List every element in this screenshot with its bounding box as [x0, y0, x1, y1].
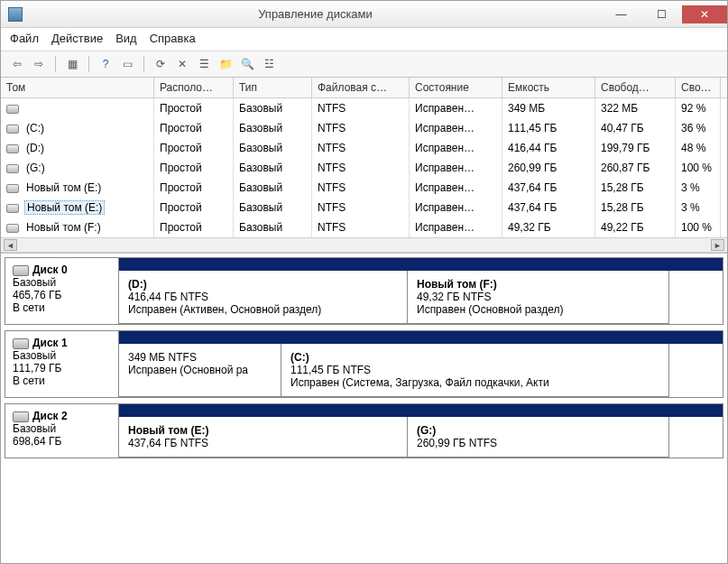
minimize-button[interactable]: — [601, 5, 641, 23]
forward-icon[interactable]: ⇨ [30, 55, 48, 73]
disk-type: Базовый [13, 422, 111, 435]
scroll-right-icon[interactable]: ► [711, 239, 724, 251]
volume-status: Исправен… [410, 158, 502, 178]
menu-action[interactable]: Действие [51, 32, 103, 45]
partition[interactable]: 349 МБ NTFSИсправен (Основной ра [119, 344, 281, 397]
toolbar-separator [88, 56, 89, 72]
volume-free: 15,28 ГБ [595, 178, 676, 198]
partition-status: Исправен (Основной раздел) [417, 303, 659, 316]
volume-row[interactable]: Новый том (E:)ПростойБазовыйNTFSИсправен… [1, 198, 727, 217]
partition-info: 111,45 ГБ NTFS [290, 364, 659, 376]
partition-info: 49,32 ГБ NTFS [417, 291, 659, 303]
maximize-button[interactable]: ☐ [641, 5, 682, 23]
disk-size: 111,79 ГБ [13, 362, 111, 374]
volume-capacity: 49,32 ГБ [502, 217, 595, 237]
volume-status: Исправен… [410, 98, 502, 118]
volume-row[interactable]: ПростойБазовыйNTFSИсправен…349 МБ322 МБ9… [1, 98, 727, 118]
volume-icon [6, 125, 19, 134]
refresh-icon[interactable]: ⟳ [152, 55, 170, 73]
col-type[interactable]: Тип [234, 78, 312, 97]
toolbar-separator [143, 56, 144, 72]
volume-free: 15,28 ГБ [595, 198, 676, 217]
volume-free: 260,87 ГБ [595, 158, 676, 178]
menu-file[interactable]: Файл [10, 32, 39, 45]
volume-type: Базовый [234, 118, 312, 138]
panel-icon[interactable]: ▦ [63, 55, 81, 73]
col-pct[interactable]: Своб… [676, 78, 721, 97]
volume-row[interactable]: (C:)ПростойБазовыйNTFSИсправен…111,45 ГБ… [1, 118, 727, 138]
disk-partitions: 349 МБ NTFSИсправен (Основной ра(C:)111,… [119, 331, 723, 397]
partition-name: Новый том (E:) [128, 424, 398, 437]
window-title: Управление дисками [30, 7, 601, 21]
disk-name: Диск 0 [32, 264, 68, 276]
close-button[interactable]: ✕ [682, 5, 727, 23]
partition[interactable]: (C:)111,45 ГБ NTFSИсправен (Система, Заг… [281, 344, 669, 397]
volume-name: (C:) [1, 118, 154, 138]
volume-fs: NTFS [312, 98, 410, 118]
volume-row[interactable]: (D:)ПростойБазовыйNTFSИсправен…416,44 ГБ… [1, 138, 727, 158]
titlebar: Управление дисками — ☐ ✕ [1, 1, 727, 28]
col-layout[interactable]: Располо… [154, 78, 234, 97]
scroll-left-icon[interactable]: ◄ [4, 239, 17, 251]
volume-pct: 92 % [676, 98, 721, 118]
volume-status: Исправен… [410, 198, 502, 217]
disk-type: Базовый [13, 349, 111, 362]
volume-fs: NTFS [312, 158, 410, 178]
list-icon[interactable]: ☳ [260, 55, 278, 73]
volume-row[interactable]: Новый том (E:)ПростойБазовыйNTFSИсправен… [1, 178, 727, 198]
search-icon[interactable]: 🔍 [238, 55, 256, 73]
volume-pct: 48 % [676, 138, 721, 158]
volume-icon [6, 224, 19, 233]
volume-icon [6, 144, 19, 153]
properties-icon[interactable]: ☰ [195, 55, 213, 73]
col-capacity[interactable]: Емкость [502, 78, 595, 97]
volume-pct: 3 % [676, 198, 721, 217]
disk-row: Диск 1Базовый111,79 ГБВ сети349 МБ NTFSИ… [5, 330, 723, 398]
volume-fs: NTFS [312, 138, 410, 158]
volume-free: 322 МБ [595, 98, 676, 118]
disk-label: Диск 0Базовый465,76 ГБВ сети [5, 258, 119, 324]
help-icon[interactable]: ? [97, 55, 115, 73]
volume-status: Исправен… [410, 118, 502, 138]
partition-name: (G:) [417, 424, 659, 437]
volume-pct: 100 % [676, 158, 721, 178]
volumes-header: Том Располо… Тип Файловая с… Состояние Е… [1, 78, 727, 98]
partition[interactable]: Новый том (E:)437,64 ГБ NTFS [119, 417, 408, 458]
volume-layout: Простой [154, 118, 234, 138]
partition-info: 349 МБ NTFS [128, 351, 272, 364]
partition[interactable]: (D:)416,44 ГБ NTFSИсправен (Активен, Осн… [119, 271, 408, 324]
partition[interactable]: Новый том (F:)49,32 ГБ NTFSИсправен (Осн… [408, 271, 669, 324]
disk-icon [13, 411, 29, 422]
volume-row[interactable]: (G:)ПростойБазовыйNTFSИсправен…260,99 ГБ… [1, 158, 727, 178]
volume-name [1, 98, 154, 118]
volume-fs: NTFS [312, 217, 410, 237]
volume-layout: Простой [154, 198, 234, 217]
col-free[interactable]: Свобод… [595, 78, 676, 97]
col-status[interactable]: Состояние [410, 78, 502, 97]
menubar: Файл Действие Вид Справка [1, 28, 727, 51]
back-icon[interactable]: ⇦ [8, 55, 26, 73]
partition-status: Исправен (Активен, Основной раздел) [128, 303, 398, 316]
horizontal-scrollbar[interactable]: ◄ ► [1, 237, 727, 253]
volume-name: Новый том (E:) [1, 178, 154, 198]
partition[interactable]: (G:)260,99 ГБ NTFS [408, 417, 669, 458]
volume-fs: NTFS [312, 118, 410, 138]
disk-icon [13, 338, 29, 349]
toolbar: ⇦ ⇨ ▦ ? ▭ ⟳ ✕ ☰ 📁 🔍 ☳ [1, 51, 727, 78]
volume-name: (D:) [1, 138, 154, 158]
partition-bar [119, 258, 723, 271]
disk-name: Диск 1 [32, 337, 68, 349]
delete-icon[interactable]: ✕ [173, 55, 191, 73]
volume-pct: 100 % [676, 217, 721, 237]
volume-row[interactable]: Новый том (F:)ПростойБазовыйNTFSИсправен… [1, 217, 727, 237]
menu-view[interactable]: Вид [115, 32, 137, 45]
col-fs[interactable]: Файловая с… [312, 78, 410, 97]
menu-help[interactable]: Справка [150, 32, 196, 45]
volumes-panel: Том Располо… Тип Файловая с… Состояние Е… [1, 78, 727, 237]
volume-name: (G:) [1, 158, 154, 178]
view-icon[interactable]: ▭ [118, 55, 136, 73]
volume-name: Новый том (F:) [1, 217, 154, 237]
folder-icon[interactable]: 📁 [217, 55, 235, 73]
disk-label: Диск 2Базовый698,64 ГБ [5, 404, 119, 458]
col-volume[interactable]: Том [1, 78, 154, 97]
